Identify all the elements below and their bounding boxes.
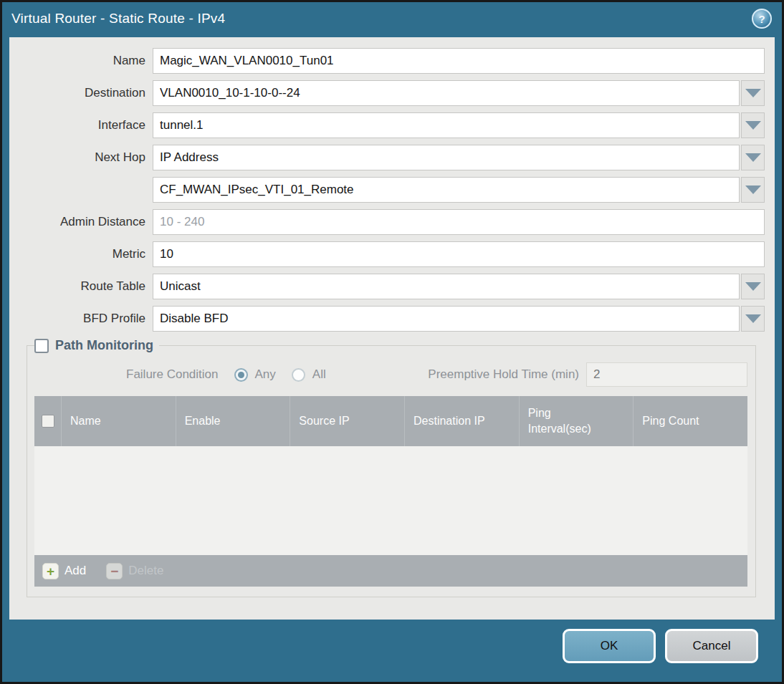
interface-input[interactable] [153,112,740,138]
bfd-profile-label: BFD Profile [19,306,153,332]
failure-condition-any-label: Any [255,367,276,382]
chevron-down-icon [745,282,761,291]
select-all-cell [34,396,61,446]
path-monitoring-title: Path Monitoring [55,338,153,353]
admin-distance-row: Admin Distance [19,209,765,235]
column-header-source-ip: Source IP [290,396,404,446]
dialog-title: Virtual Router - Static Route - IPv4 [11,11,752,27]
dialog-titlebar: Virtual Router - Static Route - IPv4 ? [2,2,782,35]
bfd-profile-dropdown-button[interactable] [741,306,765,332]
name-row: Name [19,48,765,74]
column-header-name: Name [61,396,176,446]
chevron-down-icon [745,121,761,130]
failure-condition-row: Failure Condition Any All Preemptive Hol… [34,362,747,387]
column-header-ping-count: Ping Count [633,396,747,446]
cancel-button[interactable]: Cancel [665,629,758,663]
destination-dropdown-button[interactable] [741,80,765,106]
select-all-checkbox[interactable] [42,415,54,428]
name-label: Name [19,48,153,74]
destination-input[interactable] [153,80,740,106]
dialog-actions: OK Cancel [563,629,758,663]
chevron-down-icon [745,89,761,97]
route-table-row: Route Table [19,274,765,299]
failure-condition-any-radio[interactable] [234,368,248,382]
destination-label: Destination [19,80,153,106]
table-body-empty [34,446,747,555]
plus-icon: + [42,563,59,579]
preemptive-hold-time-input[interactable] [586,362,747,387]
next-hop-address-dropdown-button[interactable] [741,177,765,203]
next-hop-row: Next Hop [19,145,765,170]
add-button-label: Add [64,564,86,578]
failure-condition-all-label: All [312,367,326,382]
failure-condition-all-radio[interactable] [292,368,305,382]
next-hop-address-label [19,177,153,203]
path-monitoring-legend: Path Monitoring [34,338,159,353]
column-header-destination-ip: Destination IP [404,396,519,446]
interface-row: Interface [19,112,765,138]
name-input[interactable] [153,48,765,74]
path-monitoring-section: Path Monitoring Failure Condition Any Al… [27,338,756,597]
route-table-dropdown-button[interactable] [741,274,765,299]
delete-button[interactable]: − Delete [106,563,163,579]
next-hop-address-input[interactable] [153,177,740,203]
path-monitoring-checkbox[interactable] [34,339,49,353]
column-header-enable: Enable [176,396,290,446]
minus-icon: − [106,563,123,579]
destination-row: Destination [19,80,765,106]
column-header-ping-interval: Ping Interval(sec) [519,396,634,446]
table-toolbar: + Add − Delete [34,555,747,587]
help-icon[interactable]: ? [752,9,772,29]
ok-button[interactable]: OK [563,629,656,663]
metric-label: Metric [19,241,153,267]
metric-input[interactable] [153,241,765,267]
bfd-profile-row: BFD Profile [19,306,765,332]
chevron-down-icon [745,186,761,194]
bfd-profile-input[interactable] [153,306,740,332]
chevron-down-icon [745,314,761,323]
add-button[interactable]: + Add [42,563,86,579]
chevron-down-icon [745,153,761,162]
next-hop-type-dropdown-button[interactable] [741,145,765,170]
static-route-dialog: Virtual Router - Static Route - IPv4 ? N… [0,0,784,684]
table-header: Name Enable Source IP Destination IP Pin… [34,396,747,446]
failure-condition-label: Failure Condition [126,367,219,382]
delete-button-label: Delete [128,564,163,578]
admin-distance-input[interactable] [153,209,765,235]
route-table-input[interactable] [153,274,740,299]
metric-row: Metric [19,241,765,267]
path-monitoring-table: Name Enable Source IP Destination IP Pin… [34,396,747,587]
next-hop-address-row [19,177,765,203]
route-table-label: Route Table [19,274,153,299]
preemptive-hold-time-label: Preemptive Hold Time (min) [428,367,579,382]
interface-dropdown-button[interactable] [741,112,765,138]
next-hop-label: Next Hop [19,145,153,170]
dialog-body: Name Destination Interface [9,37,775,620]
admin-distance-label: Admin Distance [19,209,153,235]
next-hop-type-input[interactable] [153,145,740,170]
interface-label: Interface [19,112,153,138]
